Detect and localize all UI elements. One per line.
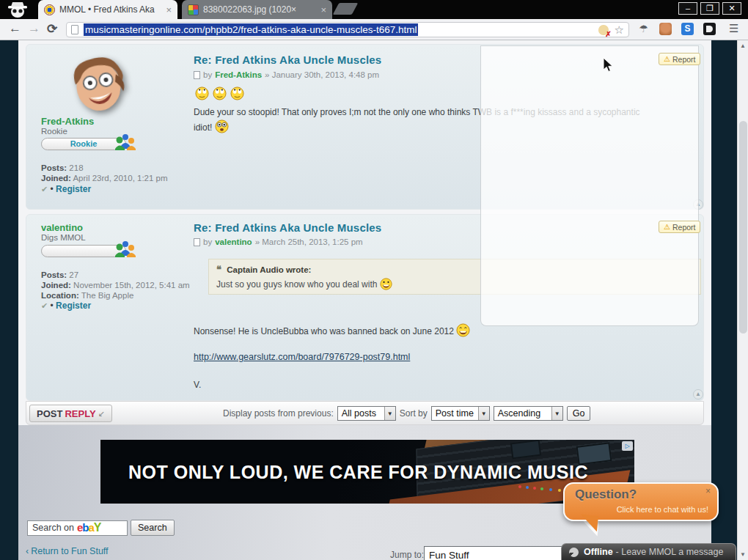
- scroll-down-icon[interactable]: ▼: [738, 551, 748, 558]
- image-favicon: [188, 4, 199, 15]
- restore-icon[interactable]: ❐: [700, 2, 719, 15]
- register-check-icon: ✔: [41, 185, 48, 194]
- post-reply-label2: REPLY: [65, 408, 95, 419]
- report-warning-icon: ⚠: [664, 223, 670, 231]
- bookmark-star-icon[interactable]: ☆: [615, 23, 624, 37]
- bubble-close-icon[interactable]: ×: [705, 486, 711, 496]
- dropdown-arrow-icon: ▼: [551, 407, 562, 420]
- joined-label: Joined:: [41, 174, 71, 183]
- byline-author[interactable]: Fred-Atkins: [215, 70, 262, 79]
- rank-badge-label: Rookie: [42, 139, 125, 150]
- byline-author[interactable]: valentino: [215, 237, 252, 246]
- rolleyes-smiley-icon: [213, 86, 227, 100]
- display-posts-select[interactable]: All posts ▼: [337, 406, 396, 421]
- chat-bubble-tail: [579, 515, 598, 531]
- browser-scrollbar[interactable]: ▲ ▼: [737, 40, 748, 560]
- studio-photo-leds: [518, 485, 521, 488]
- menu-icon[interactable]: ☰: [729, 22, 738, 35]
- browser-titlebar: MMOL • Fred Atkins Aka × 8380022063.jpg …: [0, 0, 748, 19]
- report-label: Report: [672, 223, 696, 232]
- ebay-search-prefix: Search on: [32, 523, 74, 533]
- eek-smiley-icon: [215, 119, 229, 133]
- rank-badge: [41, 245, 126, 257]
- author-name[interactable]: valentino: [41, 222, 83, 233]
- grin-smiley-icon: [380, 278, 392, 290]
- sort-order-select[interactable]: Ascending ▼: [494, 406, 563, 421]
- dark-extension-icon[interactable]: [703, 23, 716, 35]
- top-arrow-icon[interactable]: ▲: [693, 389, 703, 399]
- display-posts-value: All posts: [338, 408, 384, 419]
- new-tab-button[interactable]: [333, 3, 359, 15]
- reply-arrow-icon: ↙: [98, 409, 105, 419]
- joined-value: April 23rd, 2010, 1:21 pm: [73, 174, 167, 183]
- chat-bubble-cta[interactable]: Click here to chat with us!: [617, 505, 708, 514]
- report-button[interactable]: ⚠ Report: [659, 53, 700, 65]
- tab-close-icon[interactable]: ×: [166, 4, 172, 15]
- s-extension-icon[interactable]: S: [681, 23, 694, 35]
- tab-title: MMOL • Fred Atkins Aka: [59, 4, 161, 15]
- register-link[interactable]: Register: [56, 184, 91, 194]
- scroll-up-icon[interactable]: ▲: [738, 43, 748, 49]
- avatar[interactable]: [62, 51, 134, 117]
- browser-tab-active[interactable]: MMOL • Fred Atkins Aka ×: [38, 0, 177, 19]
- tab-close-icon[interactable]: ×: [320, 4, 326, 15]
- post-title[interactable]: Re: Fred Atkins Aka Uncle Muscles: [194, 221, 381, 234]
- report-button[interactable]: ⚠ Report: [659, 221, 700, 233]
- sort-order-value: Ascending: [494, 408, 551, 419]
- ebay-search-button[interactable]: Search: [131, 520, 175, 536]
- minimize-icon[interactable]: –: [678, 2, 697, 15]
- scrollbar-thumb[interactable]: [739, 121, 747, 334]
- post-title[interactable]: Re: Fred Atkins Aka Uncle Muscles: [194, 54, 381, 66]
- browser-tab-inactive[interactable]: 8380022063.jpg (1020× ×: [182, 0, 332, 19]
- post-icon: [194, 238, 200, 246]
- go-button[interactable]: Go: [567, 406, 591, 421]
- gearslutz-link[interactable]: http://www.gearslutz.com/board/7976729-p…: [194, 352, 410, 362]
- bullet-icon: •: [51, 301, 54, 311]
- report-warning-icon: ⚠: [664, 55, 670, 63]
- location-value: The Big Apple: [81, 291, 134, 300]
- joined-label: Joined:: [41, 281, 71, 290]
- reload-icon[interactable]: ⟳: [47, 21, 57, 37]
- adchoices-icon[interactable]: ▷: [622, 441, 633, 451]
- close-window-icon[interactable]: ✕: [722, 2, 741, 15]
- cookie-blocked-icon[interactable]: [598, 25, 609, 35]
- offline-status: Offline: [584, 547, 613, 557]
- url-bar[interactable]: musicmasteringonline.com/phpbb2/fred-atk…: [66, 22, 629, 37]
- posts-count: 218: [69, 163, 83, 172]
- register-link[interactable]: Register: [56, 301, 91, 311]
- url-text[interactable]: musicmasteringonline.com/phpbb2/fred-atk…: [84, 23, 418, 36]
- sort-field-select[interactable]: Post time ▼: [431, 406, 490, 421]
- posts-count: 27: [69, 270, 78, 279]
- offline-chat-bar[interactable]: Offline - Leave MMOL a message: [561, 543, 736, 560]
- author-name[interactable]: Fred-Atkins: [41, 116, 94, 127]
- dropdown-arrow-icon: ▼: [384, 407, 395, 420]
- display-posts-label: Display posts from previous:: [223, 408, 334, 419]
- quote-text: Just so you guys know who you deal with: [216, 279, 377, 290]
- post-reply-button[interactable]: POSTREPLY ↙: [29, 405, 112, 422]
- ad-banner[interactable]: NOT ONLY LOUD, WE CARE FOR DYNAMIC MUSIC…: [100, 440, 634, 504]
- quote-icon: ❝: [216, 264, 221, 275]
- post-body-line2: idiot!: [194, 122, 212, 133]
- group-users-icon: [114, 133, 136, 150]
- report-label: Report: [672, 55, 696, 64]
- browser-toolbar: ← → ⟳ musicmasteringonline.com/phpbb2/fr…: [0, 19, 748, 40]
- author-rank: Digs MMOL: [41, 233, 86, 242]
- grin-smiley-icon: [456, 323, 470, 337]
- ebay-search-row: Search on ebaY Search: [27, 520, 175, 536]
- quote-author: Captain Audio wrote:: [227, 265, 311, 274]
- dropdown-arrow-icon: ▼: [478, 407, 489, 420]
- incognito-spy-icon: [5, 1, 30, 18]
- page-icon: [71, 25, 78, 34]
- post-body: Nonsense! He is UncleBubba who was banne…: [194, 326, 454, 336]
- return-to-forum-link[interactable]: ‹Return to Fun Stuff: [26, 546, 109, 556]
- forward-icon[interactable]: →: [28, 21, 40, 36]
- byline-date: » January 30th, 2013, 4:48 pm: [265, 70, 379, 79]
- back-icon[interactable]: ←: [9, 21, 21, 36]
- dog-extension-icon[interactable]: [659, 23, 672, 35]
- posts-label: Posts:: [41, 270, 67, 279]
- by-label: by: [203, 237, 212, 246]
- offline-message: - Leave MMOL a message: [616, 547, 724, 557]
- ebay-search-input[interactable]: Search on ebaY: [27, 520, 128, 536]
- jump-to-select[interactable]: Fun Stuff: [424, 546, 563, 560]
- umbrella-extension-icon[interactable]: ☂: [637, 23, 650, 35]
